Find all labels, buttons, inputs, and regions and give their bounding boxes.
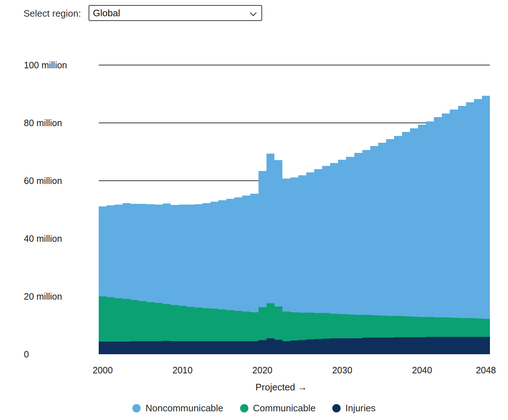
segment-injuries [354,338,362,354]
segment-communicable [370,315,378,338]
bar-2034[interactable] [370,146,378,354]
bar-2025[interactable] [298,175,306,354]
segment-communicable [482,319,490,337]
segment-communicable [282,312,290,341]
segment-injuries [450,337,458,354]
x-axis-label: 2000 [93,365,113,376]
segment-injuries [163,341,171,354]
segment-noncommunicable [314,169,322,313]
segment-communicable [163,304,171,341]
death-projections-page: { "controls": { "label": "Select region:… [0,0,508,420]
segment-noncommunicable [210,202,218,309]
bar-2000[interactable] [99,206,107,354]
bar-2028[interactable] [322,166,330,354]
segment-noncommunicable [226,199,234,310]
segment-noncommunicable [155,205,163,303]
segment-communicable [187,307,195,341]
bar-2008[interactable] [163,203,171,354]
bar-2001[interactable] [107,205,115,354]
segment-noncommunicable [330,163,338,313]
bar-2013[interactable] [202,203,210,354]
segment-noncommunicable [370,146,378,315]
bar-2005[interactable] [138,204,146,354]
bar-2038[interactable] [402,132,410,354]
bar-2037[interactable] [394,136,402,354]
bar-2040[interactable] [418,125,426,354]
segment-injuries [218,341,226,354]
bar-2011[interactable] [187,205,195,354]
segment-injuries [282,341,290,354]
bar-2024[interactable] [290,177,298,354]
segment-injuries [418,337,426,354]
bar-2048[interactable] [482,96,490,354]
bar-2014[interactable] [210,202,218,354]
segment-injuries [187,341,195,354]
bar-2009[interactable] [171,205,179,354]
region-select[interactable]: Global [89,5,262,21]
bar-2010[interactable] [179,205,187,354]
segment-injuries [458,337,466,354]
bar-2017[interactable] [234,197,242,354]
bar-2002[interactable] [115,205,123,354]
bar-2029[interactable] [330,163,338,354]
bar-2003[interactable] [123,203,131,354]
bar-2032[interactable] [354,153,362,354]
segment-communicable [250,312,258,341]
segment-injuries [266,338,274,354]
bar-2004[interactable] [131,204,138,354]
bar-2026[interactable] [306,172,314,354]
segment-communicable [171,305,179,341]
segment-communicable [202,308,210,341]
segment-noncommunicable [195,204,202,308]
bar-2020[interactable] [259,171,266,354]
segment-injuries [99,342,107,354]
bar-2035[interactable] [378,143,386,354]
segment-noncommunicable [107,205,115,297]
bar-2031[interactable] [346,157,354,354]
bar-2022[interactable] [274,160,282,354]
x-axis-label: 2010 [172,365,193,376]
segment-noncommunicable [131,204,138,300]
segment-communicable [274,307,282,340]
bar-2042[interactable] [434,117,442,354]
segment-noncommunicable [115,205,123,298]
segment-communicable [434,317,442,337]
bar-2016[interactable] [226,199,234,354]
bar-2023[interactable] [282,179,290,354]
segment-communicable [155,303,163,341]
x-axis-label: 2048 [476,365,496,376]
segment-communicable [138,301,146,342]
segment-communicable [123,299,131,342]
segment-injuries [171,341,179,354]
bar-2043[interactable] [442,113,450,354]
x-axis-label: 2020 [252,365,273,376]
segment-injuries [250,341,258,354]
bar-2030[interactable] [338,160,346,354]
bar-2033[interactable] [362,150,370,354]
bars [99,65,490,354]
bar-2007[interactable] [155,205,163,354]
segment-communicable [226,310,234,341]
bar-2019[interactable] [250,194,258,354]
bar-2039[interactable] [410,128,418,354]
bar-2047[interactable] [474,99,482,354]
bar-2027[interactable] [314,169,322,354]
segment-injuries [274,340,282,354]
bar-2021[interactable] [266,154,274,354]
bar-2036[interactable] [386,139,394,354]
bar-2046[interactable] [466,102,474,354]
bar-2045[interactable] [458,106,466,354]
segment-noncommunicable [450,110,458,318]
segment-communicable [146,302,154,341]
bar-2044[interactable] [450,110,458,354]
bar-2041[interactable] [426,121,434,354]
segment-communicable [450,318,458,337]
segment-injuries [370,338,378,354]
bar-2006[interactable] [146,204,154,354]
segment-noncommunicable [242,196,250,312]
bar-2018[interactable] [242,196,250,354]
bar-2015[interactable] [218,200,226,354]
segment-communicable [402,316,410,337]
bar-2012[interactable] [195,204,202,354]
segment-communicable [218,309,226,341]
